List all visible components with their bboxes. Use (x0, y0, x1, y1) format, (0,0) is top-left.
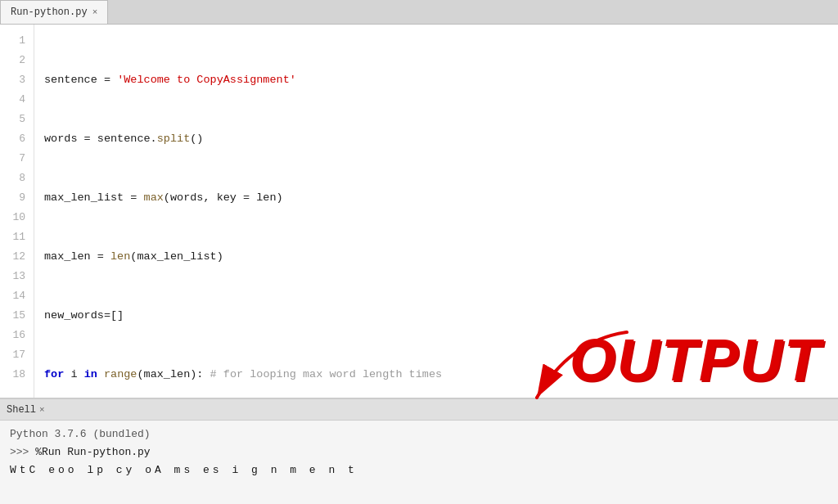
code-line-4: max_len = len(max_len_list) (44, 247, 838, 267)
shell-panel: Shell × Python 3.7.6 (bundled) >>> %Run … (0, 398, 838, 504)
line-num-2: 2 (7, 51, 25, 70)
code-line-5: new_words=[] (44, 306, 838, 326)
shell-run-cmd: %Run Run-python.py (35, 446, 150, 458)
line-num-8: 8 (7, 169, 25, 188)
line-num-5: 5 (7, 110, 25, 129)
line-num-9: 9 (7, 188, 25, 208)
line-num-16: 16 (7, 326, 25, 345)
code-area: 1 2 3 4 5 6 7 8 9 10 11 12 13 14 15 16 1… (0, 25, 838, 398)
shell-version-line: Python 3.7.6 (bundled) (10, 425, 828, 443)
line-num-4: 4 (7, 90, 25, 110)
line-num-18: 18 (7, 365, 25, 385)
shell-tab-close[interactable]: × (39, 405, 45, 415)
tab-bar: Run-python.py × (0, 0, 838, 25)
shell-content[interactable]: Python 3.7.6 (bundled) >>> %Run Run-pyth… (0, 421, 838, 504)
editor-wrapper: 1 2 3 4 5 6 7 8 9 10 11 12 13 14 15 16 1… (0, 25, 838, 398)
line-num-17: 17 (7, 345, 25, 365)
shell-tab[interactable]: Shell × (7, 404, 45, 416)
code-content[interactable]: sentence = 'Welcome to CopyAssignment' w… (34, 25, 838, 398)
line-numbers: 1 2 3 4 5 6 7 8 9 10 11 12 13 14 15 16 1… (0, 25, 34, 398)
shell-output: WtC eoo lp cy oA ms es i g n m e n t (10, 461, 828, 479)
shell-prompt: >>> (10, 446, 35, 458)
code-line-6: for i in range(max_len): # for looping m… (44, 365, 838, 385)
tab-close-button[interactable]: × (92, 7, 98, 17)
code-editor[interactable]: 1 2 3 4 5 6 7 8 9 10 11 12 13 14 15 16 1… (0, 25, 838, 398)
line-num-1: 1 (7, 31, 25, 51)
line-num-11: 11 (7, 227, 25, 247)
line-num-6: 6 (7, 129, 25, 149)
line-num-14: 14 (7, 286, 25, 306)
line-num-3: 3 (7, 70, 25, 90)
line-num-7: 7 (7, 149, 25, 169)
tab-label: Run-python.py (11, 7, 88, 18)
shell-run-line: >>> %Run Run-python.py (10, 443, 828, 461)
line-num-13: 13 (7, 267, 25, 286)
line-num-12: 12 (7, 247, 25, 267)
shell-tab-label: Shell (7, 404, 36, 416)
code-line-2: words = sentence.split() (44, 129, 838, 149)
line-num-15: 15 (7, 306, 25, 326)
shell-tab-bar: Shell × (0, 399, 838, 421)
line-num-10: 10 (7, 208, 25, 227)
code-line-3: max_len_list = max(words, key = len) (44, 188, 838, 208)
code-line-1: sentence = 'Welcome to CopyAssignment' (44, 70, 838, 90)
editor-tab[interactable]: Run-python.py × (0, 0, 108, 24)
